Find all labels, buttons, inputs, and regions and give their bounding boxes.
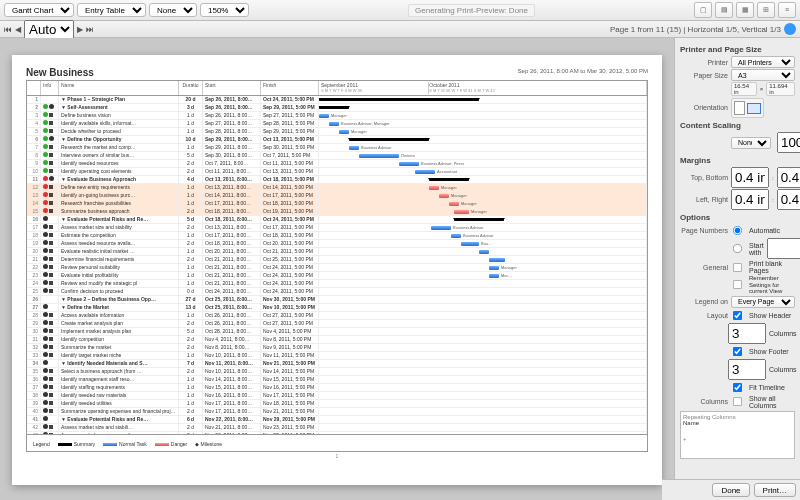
show-header-checkbox[interactable] <box>733 311 742 320</box>
print-settings-sidebar: Printer and Page Size PrinterAll Printer… <box>674 38 800 500</box>
task-row: 32 Summarize the market2 dNov 8, 2011, 8… <box>27 344 647 352</box>
task-row: 23 Evaluate initial profitability1 dOct … <box>27 272 647 280</box>
task-row: 1▼ Phase 1 – Strategic Plan20 dSep 26, 2… <box>27 96 647 104</box>
task-row: 2 ▼ Self-Assessment3 dSep 26, 2011, 8:00… <box>27 104 647 112</box>
margin-top[interactable] <box>731 167 769 188</box>
show-footer-checkbox[interactable] <box>733 347 742 356</box>
task-row: 21 Determine financial requirements2 dOc… <box>27 256 647 264</box>
orientation-picker[interactable] <box>731 98 764 118</box>
remember-settings-checkbox[interactable] <box>733 280 742 289</box>
task-row: 6 ▼ Define the Opportunity10 dSep 29, 20… <box>27 136 647 144</box>
task-row: 31 Identify competition2 dNov 4, 2011, 8… <box>27 336 647 344</box>
legend-bar: Legend Summary Normal Task Danger ◆ Mile… <box>27 434 647 453</box>
paper-width: 16.54 in <box>731 82 757 96</box>
fit-timeline-checkbox[interactable] <box>733 383 742 392</box>
paper-size-select[interactable]: A3 <box>731 69 795 81</box>
task-row: 11 ▼ Evaluate Business Approach4 dOct 13… <box>27 176 647 184</box>
sect-options: Options <box>680 213 795 222</box>
task-row: 17 Assess market size and stability2 dOc… <box>27 224 647 232</box>
printer-select[interactable]: All Printers <box>731 56 795 68</box>
scaling-select[interactable]: None <box>731 137 771 149</box>
header-columns[interactable] <box>728 323 766 344</box>
sect-scaling: Content Scaling <box>680 121 795 130</box>
task-row: 33 Identify target market niche1 dNov 10… <box>27 352 647 360</box>
dialog-footer: Done Print… <box>662 479 800 500</box>
page-number: 1 <box>26 453 648 459</box>
task-row: 13 Identify on-going business purc…1 dOc… <box>27 192 647 200</box>
task-row: 3 Define business vision1 dSep 26, 2011,… <box>27 112 647 120</box>
task-row: 16 ▼ Evaluate Potential Risks and Re…5 d… <box>27 216 647 224</box>
add-column-icon[interactable]: + <box>683 436 792 442</box>
task-row: 7 Research the market and comp…1 dSep 29… <box>27 144 647 152</box>
margin-bottom[interactable] <box>777 167 800 188</box>
done-button[interactable]: Done <box>712 483 749 497</box>
task-row: 42 Assess market size and stabili…2 dNov… <box>27 424 647 432</box>
toolbar-btn-5[interactable]: ≡ <box>778 2 796 18</box>
task-row: 40 Summarize operating expenses and fina… <box>27 408 647 416</box>
info-icon[interactable] <box>784 23 796 35</box>
project-daterange: Sep 26, 2011, 8:00 AM to Mar 30, 2012, 5… <box>26 68 648 74</box>
task-row: 39 Identify needed utilities1 dNov 17, 2… <box>27 400 647 408</box>
filter-select[interactable]: None <box>149 3 197 17</box>
nav-last-icon[interactable]: ⏭ <box>86 25 94 34</box>
margin-left[interactable] <box>731 189 769 210</box>
pgnum-auto-radio[interactable] <box>733 226 742 235</box>
toolbar-btn-3[interactable]: ▦ <box>736 2 754 18</box>
toolbar-btn-4[interactable]: ⊞ <box>757 2 775 18</box>
scale-value[interactable] <box>777 132 800 153</box>
preview-canvas: New Business Sep 26, 2011, 8:00 AM to Ma… <box>0 38 674 500</box>
task-row: 28 Access available information1 dOct 26… <box>27 312 647 320</box>
legend-on-select[interactable]: Every Page <box>731 296 795 308</box>
portrait-icon[interactable] <box>734 101 745 115</box>
task-row: 19 Assess needed resource availa…2 dOct … <box>27 240 647 248</box>
footer-columns[interactable] <box>728 359 766 380</box>
toolbar-btn-2[interactable]: ▤ <box>715 2 733 18</box>
show-all-columns-checkbox[interactable] <box>733 397 742 406</box>
task-row: 38 Identify needed raw materials1 dNov 1… <box>27 392 647 400</box>
sect-printer: Printer and Page Size <box>680 45 795 54</box>
margin-right[interactable] <box>777 189 800 210</box>
task-row: 27 ▼ Define the Market13 dOct 25, 2011, … <box>27 304 647 312</box>
task-row: 15 Summarize business approach2 dOct 18,… <box>27 208 647 216</box>
landscape-icon[interactable] <box>747 103 761 114</box>
task-row: 30 Implement market analysis plan5 dOct … <box>27 328 647 336</box>
page-info-label: Page 1 from 11 (15) | Horizontal 1/5, Ve… <box>610 25 781 34</box>
nav-first-icon[interactable]: ⏮ <box>4 25 12 34</box>
print-blank-checkbox[interactable] <box>733 262 742 271</box>
task-row: 8 Interview owners of similar bus…5 dSep… <box>27 152 647 160</box>
task-row: 41 ▼ Evaluate Potential Risks and Re…6 d… <box>27 416 647 424</box>
table-mode-select[interactable]: Entry Table <box>77 3 146 17</box>
task-row: 5 Decide whether to proceed1 dSep 28, 20… <box>27 128 647 136</box>
pgnum-startwith-radio[interactable] <box>733 244 742 253</box>
task-row: 10 Identify operating cost elements2 dOc… <box>27 168 647 176</box>
toolbar-btn-1[interactable]: ▢ <box>694 2 712 18</box>
preview-page: New Business Sep 26, 2011, 8:00 AM to Ma… <box>12 55 662 485</box>
sect-margins: Margins <box>680 156 795 165</box>
repeating-columns-box[interactable]: Repeating Columns Name + <box>680 411 795 459</box>
task-row: 14 Research franchise possibilities1 dOc… <box>27 200 647 208</box>
nav-next-icon[interactable]: ▶ <box>77 25 83 34</box>
task-row: 43 Assess needed resources availa…2 dNov… <box>27 432 647 434</box>
sub-toolbar: ⏮ ◀ Auto ▶ ⏭ Page 1 from 11 (15) | Horiz… <box>0 21 800 38</box>
nav-prev-icon[interactable]: ◀ <box>15 25 21 34</box>
zoom-select[interactable]: 150% <box>200 3 249 17</box>
view-mode-select[interactable]: Gantt Chart <box>4 3 74 17</box>
task-row: 36 Identify management staff reso…1 dNov… <box>27 376 647 384</box>
page-nav-select[interactable]: Auto <box>24 20 74 39</box>
task-row: 20 Evaluate realistic initial market …1 … <box>27 248 647 256</box>
task-row: 22 Review personal suitability1 dOct 21,… <box>27 264 647 272</box>
task-row: 37 Identify staffing requirements1 dNov … <box>27 384 647 392</box>
task-row: 4 Identify available skills, informat…1 … <box>27 120 647 128</box>
task-row: 25 Confirm decision to proceed0 dOct 24,… <box>27 288 647 296</box>
preview-status: Generating Print-Preview: Done <box>408 4 535 17</box>
task-row: 18 Estimate the competition1 dOct 17, 20… <box>27 232 647 240</box>
main-toolbar: Gantt Chart Entry Table None 150% Genera… <box>0 0 800 21</box>
task-row: 35 Select a business approach (from …2 d… <box>27 368 647 376</box>
task-row: 12 Define new entity requirements1 dOct … <box>27 184 647 192</box>
task-row: 26▼ Phase 2 – Define the Business Opp…27… <box>27 296 647 304</box>
startwith-value[interactable] <box>767 238 800 259</box>
paper-height: 11.694 in <box>766 82 795 96</box>
print-button[interactable]: Print… <box>754 483 796 497</box>
task-row: 9 Identify needed resources2 dOct 7, 201… <box>27 160 647 168</box>
grid-header: Info Name Duratio Start Finish September… <box>27 81 647 96</box>
